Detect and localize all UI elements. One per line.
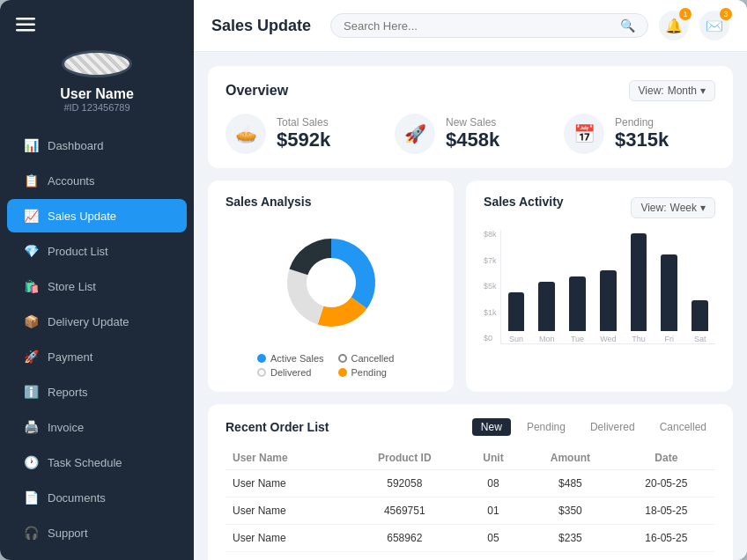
legend-item-cancelled: Cancelled [338,353,405,364]
table-cell-product-id: 4569751 [346,497,463,525]
table-cell-date: 16-05-25 [618,525,715,552]
accounts-icon: 📋 [23,173,39,188]
bar-group-sun: Sun [505,233,529,343]
search-input[interactable] [344,19,613,33]
page-title: Sales Update [211,17,311,35]
donut-container: Active SalesCancelledDeliveredPending [226,221,436,378]
bar-sat [692,300,708,331]
donut-segment-active-sales [331,239,375,308]
y-axis-label: $0 [484,334,497,343]
table-cell-unit: 01 [463,497,523,525]
bar-label-thu: Thu [632,335,646,343]
sidebar-item-dashboard[interactable]: 📊Dashboard [7,129,187,162]
legend-label: Active Sales [270,353,324,364]
legend-item-pending: Pending [338,367,405,378]
sidebar-item-sales-update[interactable]: 📈Sales Update [7,199,187,232]
y-axis-label: $7k [484,256,497,265]
table-header-amount: Amount [523,446,618,470]
sidebar-item-reports[interactable]: ℹ️Reports [7,375,187,409]
activity-header: Sales Activity View: Week ▾ [484,195,715,221]
legend-item-delivered: Delivered [257,367,324,378]
bar-chart: SunMonTueWedThuFriSat [500,230,715,344]
table-cell-product-id: 592058 [346,470,463,497]
stat-icon: 🥧 [226,114,266,154]
table-header-product-id: Product ID [346,446,463,470]
table-head: User NameProduct IDUnitAmountDate [226,446,715,470]
activity-view-option: Week [670,202,697,214]
bar-group-fri: Fri [657,233,681,343]
bar-mon [538,282,555,331]
table-row: User Name59205808$48520-05-25 [226,470,715,497]
bar-sun [508,292,525,331]
sidebar-item-payment[interactable]: 🚀Payment [7,340,187,373]
sales-analysis-title: Sales Analysis [226,195,436,209]
table-body: User Name59205808$48520-05-25User Name45… [226,470,715,561]
activity-view-selector[interactable]: View: Week ▾ [631,197,715,218]
sidebar-item-delivery-update[interactable]: 📦Delivery Update [7,305,187,338]
menu-icon[interactable] [16,18,35,36]
order-tab-delivered[interactable]: Delivered [581,418,644,436]
sidebar-item-label: Documents [48,491,106,505]
sidebar-item-label: Sales Update [48,210,116,223]
table-cell-amount: $350 [523,497,618,525]
overview-view-selector[interactable]: View: Month ▾ [629,80,716,101]
chevron-down-icon: ▾ [700,85,706,97]
table-cell-amount: $485 [523,470,618,497]
sidebar-item-label: Dashboard [48,139,104,152]
sidebar-item-task-schedule[interactable]: 🕐Task Schedule [7,446,187,479]
stat-value: $592k [277,129,330,151]
table-row: User Name456975101$35018-05-25 [226,497,715,525]
sidebar-item-label: Accounts [48,174,94,188]
order-tabs: NewPendingDeliveredCancelled [472,418,715,436]
donut-segment-delivered [287,269,323,325]
table-cell-user-name: User Name [226,470,346,497]
stat-info: New Sales $458k [446,116,499,151]
sidebar-item-documents[interactable]: 📄Documents [7,481,187,514]
content-area: Overview View: Month ▾ 🥧 Total Sales $59… [194,52,747,560]
invoice-icon: 🖨️ [23,419,39,435]
activity-chevron-icon: ▾ [700,202,706,214]
message-badge: 3 [720,8,732,20]
bar-label-fri: Fri [665,335,675,343]
table-cell-user-name: User Name [226,497,346,525]
messages-button[interactable]: ✉️ 3 [699,11,729,41]
order-tab-cancelled[interactable]: Cancelled [651,418,715,436]
search-bar: 🔍 [330,13,648,38]
stat-card-pending: 📅 Pending $315k [564,114,715,154]
sidebar-item-label: Payment [48,350,92,364]
stat-info: Pending $315k [615,116,669,151]
sales-activity-card: Sales Activity View: Week ▾ $8k$7k$5k$1k… [466,181,733,392]
stat-card-new-sales: 🚀 New Sales $458k [395,114,546,154]
sidebar-item-store-list[interactable]: 🛍️Store List [7,269,187,303]
y-axis-label: $8k [484,230,497,239]
avatar [62,50,132,77]
sidebar-item-support[interactable]: 🎧Support [7,516,187,549]
bar-group-sat: Sat [688,233,712,343]
legend-item-active-sales: Active Sales [257,353,324,364]
stat-icon: 📅 [564,114,604,154]
order-tab-pending[interactable]: Pending [518,418,574,436]
table-cell-user-name: User Name [226,525,346,552]
search-icon: 🔍 [620,18,635,33]
order-tab-new[interactable]: New [472,418,511,436]
payment-icon: 🚀 [23,349,39,365]
sales-activity-title: Sales Activity [484,195,564,209]
task-schedule-icon: 🕐 [23,454,39,470]
notifications-button[interactable]: 🔔 1 [659,11,689,41]
table-cell-amount: $750 [523,552,618,561]
stat-info: Total Sales $592k [277,116,330,151]
sidebar-item-invoice[interactable]: 🖨️Invoice [7,410,187,444]
sidebar-item-label: Task Schedule [48,456,122,469]
sidebar-item-accounts[interactable]: 📋Accounts [7,164,187,197]
bar-label-tue: Tue [571,335,584,343]
dashboard-icon: 📊 [23,137,39,153]
legend-color-dot [338,368,347,377]
table-cell-date: 18-05-25 [618,497,715,525]
notification-badge: 1 [679,8,692,20]
sidebar-item-label: Store List [48,280,96,293]
bar-wed [600,270,617,331]
table-header-date: Date [618,446,715,470]
sales-update-icon: 📈 [23,208,39,224]
sidebar-item-product-list[interactable]: 💎Product List [7,234,187,268]
table-header-unit: Unit [463,446,523,470]
